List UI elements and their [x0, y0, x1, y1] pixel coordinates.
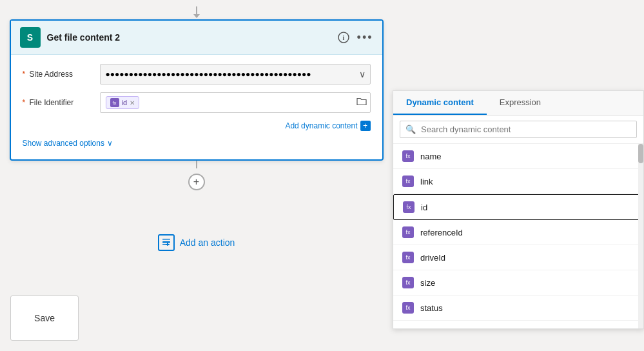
info-button[interactable]: i: [338, 32, 349, 43]
panel-item-icon: fx: [402, 252, 414, 263]
panel-item-label: name: [420, 152, 442, 161]
panel-item-link[interactable]: fx link: [393, 169, 643, 194]
chevron-down-icon: ∨: [107, 139, 113, 148]
svg-rect-5: [162, 239, 170, 240]
site-address-wrapper: ●●●●●●●●●●●●●●●●●●●●●●●●●●●●●●●●●●●●●●●●…: [100, 64, 371, 85]
panel-item-driveId[interactable]: fx driveId: [393, 245, 643, 270]
card-header-right: i •••: [338, 31, 373, 45]
token-close-icon[interactable]: ✕: [130, 99, 135, 106]
tab-dynamic-content[interactable]: Dynamic content: [393, 91, 487, 115]
panel-scrollbar-thumb[interactable]: [638, 144, 643, 163]
add-dynamic-plus-icon: +: [360, 121, 371, 131]
panel-item-label: size: [420, 278, 435, 288]
token-fx-icon: fx: [110, 98, 119, 107]
site-address-select[interactable]: ●●●●●●●●●●●●●●●●●●●●●●●●●●●●●●●●●●●●●●●●…: [100, 64, 371, 85]
svg-rect-8: [166, 244, 170, 245]
file-identifier-wrapper: fx id ✕: [100, 92, 371, 113]
panel-item-icon: fx: [403, 201, 415, 213]
panel-item-name[interactable]: fx name: [393, 144, 643, 169]
panel-item-status[interactable]: fx status: [393, 296, 643, 321]
id-token[interactable]: fx id ✕: [106, 96, 140, 109]
add-dynamic-row: Add dynamic content +: [23, 121, 371, 131]
main-canvas: S Get file content 2 i •••: [0, 0, 393, 351]
add-dynamic-content-button[interactable]: Add dynamic content +: [285, 121, 370, 131]
svg-text:i: i: [342, 34, 344, 41]
add-dynamic-label: Add dynamic content: [285, 121, 357, 130]
panel-item-referenceId[interactable]: fx referenceId: [393, 220, 643, 245]
site-address-label: * Site Address: [23, 70, 100, 79]
panel-list: fx name fx link fx id fx referenceId fx …: [393, 144, 643, 328]
panel-item-label: status: [420, 303, 443, 313]
svg-rect-4: [162, 241, 170, 243]
add-action-label: Add an action: [180, 237, 235, 248]
get-file-content-card: S Get file content 2 i •••: [10, 19, 384, 161]
search-input[interactable]: [421, 125, 631, 134]
panel-item-icon: fx: [402, 277, 414, 288]
connector-line-1: [196, 161, 197, 168]
panel-scrollbar[interactable]: [638, 144, 643, 328]
file-identifier-label: * File Identifier: [23, 98, 100, 107]
card-header: S Get file content 2 i •••: [11, 21, 382, 55]
svg-marker-1: [193, 14, 200, 18]
panel-item-id[interactable]: fx id: [393, 194, 643, 220]
folder-browse-button[interactable]: [356, 97, 367, 108]
card-header-left: S Get file content 2: [20, 27, 121, 48]
site-address-row: * Site Address ●●●●●●●●●●●●●●●●●●●●●●●●●…: [23, 64, 371, 85]
top-connector-arrow: [190, 6, 203, 19]
panel-search-area: 🔍: [393, 115, 643, 144]
show-advanced-label: Show advanced options: [23, 139, 104, 148]
add-connector-circle[interactable]: +: [188, 174, 205, 190]
token-label: id: [122, 99, 128, 106]
add-action-button[interactable]: Add an action: [158, 234, 235, 251]
card-title: Get file content 2: [47, 32, 121, 43]
panel-item-icon: fx: [402, 226, 414, 238]
add-action-container: Add an action: [158, 234, 235, 251]
panel-item-label: driveId: [420, 253, 445, 263]
search-icon: 🔍: [405, 125, 416, 134]
more-options-button[interactable]: •••: [357, 31, 373, 45]
add-action-icon: [158, 234, 175, 251]
panel-item-icon: fx: [402, 302, 414, 314]
card-body: * Site Address ●●●●●●●●●●●●●●●●●●●●●●●●●…: [11, 55, 382, 159]
card-sharepoint-icon: S: [20, 27, 41, 48]
bottom-bar: + New step Save: [0, 285, 21, 351]
panel-item-label: link: [420, 177, 433, 186]
dynamic-content-panel: Dynamic content Expression 🔍 fx name fx …: [393, 90, 644, 329]
file-identifier-input[interactable]: fx id ✕: [100, 92, 371, 113]
file-identifier-row: * File Identifier fx id ✕: [23, 92, 371, 113]
search-wrapper: 🔍: [400, 121, 637, 138]
panel-tabs: Dynamic content Expression: [393, 91, 643, 115]
panel-item-label: id: [421, 203, 427, 212]
panel-item-icon: fx: [402, 150, 414, 162]
save-button[interactable]: Save: [10, 296, 79, 341]
tab-expression[interactable]: Expression: [487, 91, 554, 115]
show-advanced-button[interactable]: Show advanced options ∨: [23, 136, 113, 150]
panel-item-size[interactable]: fx size: [393, 270, 643, 296]
panel-item-label: referenceId: [420, 228, 463, 237]
panel-item-icon: fx: [402, 176, 414, 187]
